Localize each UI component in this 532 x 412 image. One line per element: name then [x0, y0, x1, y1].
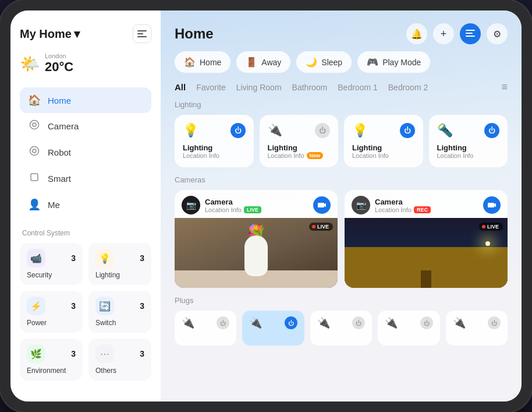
plug-card-3[interactable]: 🔌 ⏻ [310, 311, 372, 346]
mode-tab-home[interactable]: 🏠 Home [175, 51, 230, 73]
camera-2-icon: 📷 [356, 200, 366, 210]
mode-tab-playmode[interactable]: 🎮 Play Mode [357, 51, 430, 73]
camera-1-location: Location Info LIVE [205, 206, 261, 213]
svg-point-4 [33, 123, 36, 126]
settings-icon: ⚙ [493, 29, 501, 40]
lighting-card-1[interactable]: 💡 ⏻ Lighting Location Info [175, 115, 254, 167]
weather-icon: 🌤️ [20, 54, 40, 73]
control-card-lighting[interactable]: 💡 3 Lighting [88, 243, 151, 285]
camera-2-location: Location Info REC [375, 206, 431, 213]
power-btn-3[interactable]: ⏻ [400, 123, 415, 138]
svg-point-3 [30, 121, 39, 129]
weather-block: 🌤️ London 20°C [20, 50, 151, 77]
cameras-row: 📷 Camera Location Info LIVE [175, 190, 508, 288]
main-content: Home 🔔 + ⚙ [161, 10, 522, 402]
plug-power-btn-2[interactable]: ⏻ [285, 316, 297, 329]
robot-nav-icon [28, 146, 41, 159]
power-label: Power [27, 319, 76, 327]
mode-tab-away[interactable]: 🚪 Away [236, 51, 290, 73]
control-card-security[interactable]: 📹 3 Security [20, 243, 83, 285]
category-bathroom[interactable]: Bathroom [292, 83, 328, 92]
page-title: Home [175, 26, 214, 42]
lighting-loc-4: Location Info [437, 152, 500, 159]
control-card-environment[interactable]: 🌿 3 Environment [20, 339, 83, 381]
category-bedroom1[interactable]: Bedroom 1 [338, 83, 377, 92]
power-btn-4[interactable]: ⏻ [484, 123, 499, 138]
camera-2-rec-badge: REC [414, 206, 431, 213]
lighting-count: 3 [140, 253, 144, 263]
category-favorite[interactable]: Favorite [196, 83, 226, 92]
nav-item-me[interactable]: 👤 Me [20, 192, 151, 217]
plug-card-1[interactable]: 🔌 ⏻ [175, 311, 236, 346]
weather-city: London [45, 52, 73, 59]
live-dot [312, 225, 315, 228]
bulb-icon-1: 💡 [183, 123, 198, 138]
lighting-loc-3: Location Info [352, 152, 415, 159]
power-btn-1[interactable]: ⏻ [230, 123, 246, 138]
camera-card-2[interactable]: 📷 Camera Location Info REC [345, 190, 508, 288]
add-button[interactable]: + [433, 23, 454, 44]
switch-label: Switch [95, 319, 144, 327]
home-nav-icon: 🏠 [28, 94, 41, 107]
nav-item-robot[interactable]: Robot [20, 139, 151, 165]
svg-point-6 [33, 149, 36, 153]
plug-icon-2: 🔌 [249, 316, 262, 329]
power-btn-2[interactable]: ⏻ [315, 123, 330, 138]
me-nav-icon: 👤 [28, 198, 41, 211]
lighting-cards-row: 💡 ⏻ Lighting Location Info 🔌 ⏻ [175, 115, 508, 167]
nav-item-smart[interactable]: Smart [20, 165, 151, 192]
plug-power-btn-4[interactable]: ⏻ [420, 316, 433, 329]
menu-button[interactable] [460, 23, 481, 44]
plugs-section-label: Plugs [175, 296, 508, 305]
plugs-row: 🔌 ⏻ 🔌 ⏻ 🔌 ⏻ [175, 311, 508, 346]
mode-tab-sleep[interactable]: 🌙 Sleep [296, 51, 352, 73]
toggle-icon [137, 30, 147, 37]
plug-power-btn-3[interactable]: ⏻ [352, 316, 365, 329]
home-title-text: My Home [20, 27, 72, 41]
camera-1-action-btn[interactable] [313, 196, 331, 214]
bell-button[interactable]: 🔔 [406, 23, 427, 44]
svg-rect-1 [137, 33, 143, 34]
sidebar-header: My Home ▾ [20, 24, 151, 43]
svg-rect-2 [137, 36, 147, 37]
category-livingroom[interactable]: Living Room [236, 83, 282, 92]
bulb-icon-2: 🔌 [268, 123, 282, 137]
control-card-power[interactable]: ⚡ 3 Power [20, 291, 83, 333]
camera-1-icon-wrap: 📷 [182, 196, 200, 214]
plus-icon: + [441, 28, 447, 40]
control-card-others[interactable]: ⋯ 3 Others [88, 339, 151, 381]
others-label: Others [95, 367, 144, 375]
settings-button[interactable]: ⚙ [487, 23, 508, 44]
mode-away-icon: 🚪 [246, 57, 257, 68]
rec-overlay-badge: LIVE [479, 223, 503, 231]
plug-card-2[interactable]: 🔌 ⏻ [242, 311, 304, 346]
main-scroll-area[interactable]: Lighting 💡 ⏻ Lighting Location Info [161, 98, 522, 402]
lighting-card-4[interactable]: 🔦 ⏻ Lighting Location Info [429, 115, 508, 167]
plug-icon-5: 🔌 [453, 316, 466, 329]
nav-item-camera[interactable]: Camera [20, 113, 151, 139]
sidebar-toggle-button[interactable] [133, 24, 151, 43]
nav-item-home[interactable]: 🏠 Home [20, 87, 151, 113]
control-card-switch[interactable]: 🔄 3 Switch [88, 291, 151, 333]
menu-icon [466, 29, 475, 39]
mode-play-icon: 🎮 [367, 57, 378, 68]
category-bedroom2[interactable]: Bedroom 2 [388, 83, 428, 92]
lighting-name-2: Lighting [268, 143, 331, 152]
plug-power-btn-1[interactable]: ⏻ [217, 316, 229, 329]
lighting-card-3[interactable]: 💡 ⏻ Lighting Location Info [344, 115, 423, 167]
camera-card-1[interactable]: 📷 Camera Location Info LIVE [175, 190, 338, 288]
svg-rect-10 [466, 36, 475, 37]
camera-2-action-btn[interactable] [483, 196, 501, 214]
plug-card-4[interactable]: 🔌 ⏻ [378, 311, 439, 346]
nav-label-robot: Robot [48, 147, 71, 157]
plug-card-5[interactable]: 🔌 ⏻ [446, 311, 508, 346]
new-badge: New [307, 152, 324, 159]
lighting-card-2[interactable]: 🔌 ⏻ Lighting Location Info New [260, 115, 339, 167]
plug-icon-3: 🔌 [317, 316, 330, 329]
plug-power-btn-5[interactable]: ⏻ [488, 316, 501, 329]
category-all[interactable]: All [175, 82, 186, 92]
switch-count: 3 [140, 301, 144, 311]
home-title[interactable]: My Home ▾ [20, 27, 80, 41]
category-more-icon[interactable]: ≡ [501, 81, 508, 93]
camera-1-text: Camera Location Info LIVE [205, 198, 261, 213]
